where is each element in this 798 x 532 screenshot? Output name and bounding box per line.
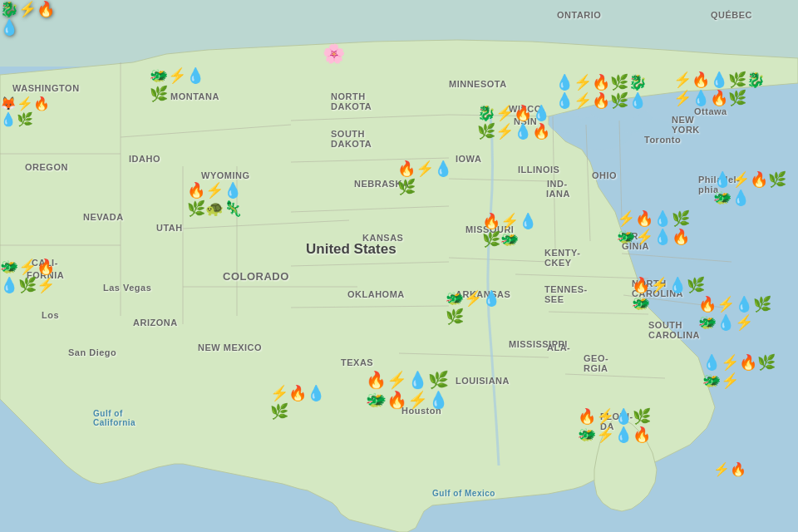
map-container: WASHINGTON OREGON CALI- FORNIA MONTANA I… [0,0,798,532]
pokemon-cluster-txla: 🔥⚡ 💧🌿 🐲🔥 ⚡💧 [366,370,466,410]
pokemon-cluster-wa: 🦊⚡🔥 💧🌿 [0,96,54,127]
pokemon-cluster-sefl: ⚡🔥 [713,461,780,477]
pokemon-cluster-wy: 🔥⚡ 💧🌿 🐢🦎 [187,181,258,218]
pokemon-nd: 🌸 [323,43,345,65]
pokemon-cluster-ohva: ⚡🔥 💧🌿 🐲⚡ 💧🔥 [617,209,692,246]
pokemon-cluster-ca: 🐲⚡ 🔥💧 🌿⚡ [0,258,62,294]
pokemon-cluster-gafl: 🔥⚡ 💧🌿 🐲⚡ 💧🔥 [578,407,653,444]
pokemon-cluster-flcoast: 💧⚡ 🔥🌿 🐲⚡ [702,353,786,390]
pokemon-cluster-midatl: 💧⚡ 🔥🌿 🐲💧 [713,170,796,207]
pokemon-cluster-mn: 🐉⚡ 🔥💧 🌿⚡ 💧🔥 [477,104,552,140]
pokemon-cluster-necorridor: ⚡🔥 💧🌿 🐉⚡ 💧🔥 🌿 [673,71,773,107]
pokemon-cluster-arks: 🐲⚡ 💧🌿 [446,289,516,326]
pokemon-cluster-mo: 🔥⚡ 💧🌿 🐲 [482,212,553,249]
svg-point-5 [549,113,582,133]
pokemon-cluster-secoast: 🔥⚡ 💧🌿 🐲💧 ⚡ [698,295,781,332]
pokemon-cluster-nmtx: ⚡🔥 💧🌿 [270,384,337,421]
pokemon-cluster-se: 🔥⚡ 💧🌿 🐲 [632,276,707,313]
pokemon-cluster-ne: 🔥⚡ 💧🌿 [397,160,464,196]
pokemon-cluster-nw: 🐉 ⚡ 🔥 💧 [0,0,58,37]
svg-point-6 [642,119,672,139]
pokemon-cluster-mt: 🐲⚡ 💧🌿 [150,66,208,103]
pokemon-cluster-greatlakes: 💧⚡ 🔥🌿 🐉💧 ⚡🔥 🌿💧 [555,73,647,110]
